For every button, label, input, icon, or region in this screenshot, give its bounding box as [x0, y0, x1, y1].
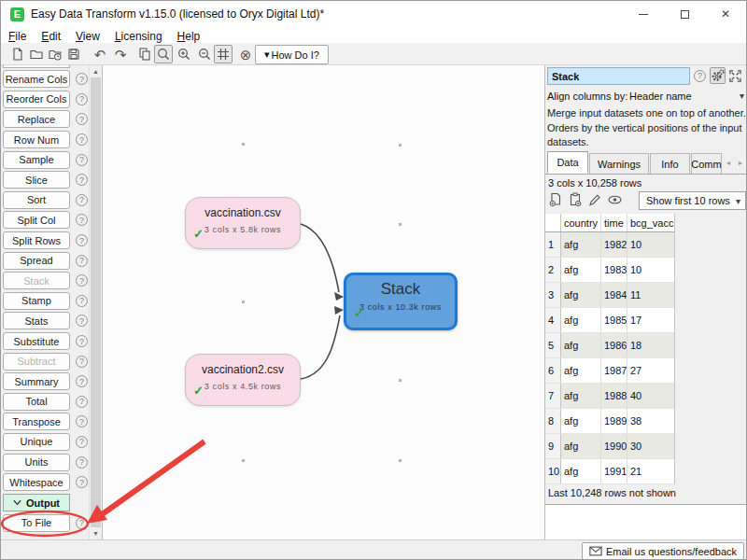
table-row[interactable]: 7 afg 1988 40 — [545, 384, 674, 409]
table-row[interactable]: 10 afg 1991 21 — [545, 459, 674, 484]
maximize-button[interactable] — [664, 1, 705, 27]
transform-button[interactable]: Rename Cols — [3, 70, 70, 88]
transform-button[interactable]: Unique — [3, 433, 70, 451]
help-icon[interactable]: ? — [76, 295, 88, 307]
tab-info[interactable]: Info — [650, 153, 690, 174]
email-feedback-button[interactable]: Email us questions/feedback — [582, 542, 744, 560]
help-icon[interactable]: ? — [76, 274, 88, 287]
help-icon[interactable]: ? — [76, 154, 88, 166]
scroll-down-icon[interactable]: ▼ — [90, 527, 102, 539]
undo-button[interactable]: ↶ — [91, 45, 109, 63]
tab-data[interactable]: Data — [547, 151, 588, 174]
output-section-header[interactable]: Output — [3, 494, 70, 511]
grid-toggle-button[interactable] — [214, 45, 233, 63]
transform-button[interactable]: Stack — [3, 272, 70, 289]
help-icon[interactable]: ? — [76, 194, 88, 206]
menu-item[interactable]: File — [1, 29, 34, 44]
help-icon[interactable]: ? — [76, 356, 88, 368]
transform-button[interactable]: Whitespace — [3, 473, 70, 491]
help-icon[interactable]: ? — [76, 113, 88, 125]
help-icon[interactable]: ? — [76, 456, 88, 469]
scroll-up-icon[interactable]: ▲ — [90, 65, 102, 77]
copy-data-button[interactable] — [547, 191, 564, 208]
transform-button[interactable]: Stats — [3, 312, 70, 329]
help-icon[interactable]: ? — [76, 255, 88, 267]
help-icon[interactable]: ? — [76, 476, 88, 488]
help-icon[interactable]: ? — [76, 415, 88, 427]
transform-button[interactable]: Sort — [3, 191, 70, 209]
node-vaccination-csv[interactable]: vaccination.csv 3 cols x 5.8k rows ✓ — [185, 197, 301, 249]
table-row[interactable]: 1 afg 1982 10 — [545, 232, 674, 258]
transform-button[interactable]: Transpose — [3, 413, 70, 430]
tab-scroll-right-icon[interactable]: ▸ — [735, 153, 746, 172]
help-icon[interactable]: ? — [76, 174, 88, 186]
transform-button[interactable]: Sample — [3, 151, 70, 169]
how-do-i-button[interactable]: ▾How Do I? — [255, 45, 329, 64]
show-rows-select[interactable]: Show first 10 rows ▾ — [639, 191, 746, 210]
transform-button[interactable]: Summary — [3, 372, 70, 390]
table-row[interactable]: 3 afg 1984 11 — [545, 283, 674, 308]
transform-button[interactable]: Substitute — [3, 332, 70, 350]
view-data-button[interactable] — [606, 191, 623, 208]
save-button[interactable] — [64, 45, 83, 63]
tab-warnings[interactable]: Warnings — [589, 153, 649, 174]
settings-button[interactable] — [710, 67, 726, 84]
table-row[interactable]: 2 afg 1983 10 — [545, 258, 674, 283]
help-icon[interactable]: ? — [76, 93, 88, 105]
help-button[interactable]: ? — [692, 67, 708, 84]
zoom-in-button[interactable] — [175, 45, 193, 63]
transform-button[interactable]: Stamp — [3, 292, 70, 310]
sidebar-scrollbar[interactable]: ▲ ▼ — [89, 65, 101, 539]
remove-button[interactable]: ⊗ — [236, 45, 255, 63]
transform-button[interactable]: Spread — [3, 252, 70, 270]
expand-panel-button[interactable] — [727, 67, 743, 84]
transform-button[interactable]: Split Col — [3, 211, 70, 229]
minimize-button[interactable] — [623, 1, 664, 27]
scrollbar-thumb[interactable] — [91, 77, 101, 527]
transform-button[interactable]: Total — [3, 393, 70, 411]
align-columns-select[interactable]: Header name ▾ — [627, 90, 746, 105]
help-icon[interactable]: ? — [76, 73, 88, 85]
table-row[interactable]: 5 afg 1986 18 — [545, 333, 674, 358]
transform-button[interactable]: Replace — [3, 110, 70, 128]
redo-button[interactable]: ↷ — [111, 45, 130, 63]
help-icon[interactable]: ? — [76, 234, 88, 246]
menu-item[interactable]: Edit — [34, 29, 68, 44]
table-row[interactable]: 6 afg 1987 27 — [545, 358, 674, 384]
table-row[interactable]: 4 afg 1985 17 — [545, 308, 674, 333]
transform-button[interactable]: Row Num — [3, 131, 70, 148]
help-icon[interactable]: ? — [76, 436, 88, 448]
close-button[interactable]: ✕ — [705, 1, 746, 27]
help-icon[interactable]: ? — [76, 517, 88, 529]
help-icon[interactable]: ? — [76, 214, 88, 226]
transform-button[interactable]: Subtract — [3, 353, 70, 371]
zoom-out-button[interactable] — [195, 45, 214, 63]
zoom-tool-button[interactable] — [154, 45, 173, 63]
open-file-button[interactable] — [27, 45, 46, 63]
menu-item[interactable]: Licensing — [107, 29, 170, 44]
menu-item[interactable]: View — [68, 29, 107, 44]
tab-comments[interactable]: Comm — [691, 153, 722, 174]
table-row[interactable]: 9 afg 1990 30 — [545, 434, 674, 459]
table-row[interactable]: 8 afg 1989 38 — [545, 409, 674, 434]
node-name-input[interactable] — [547, 67, 690, 85]
to-file-button[interactable]: To File — [3, 514, 70, 532]
transform-button[interactable]: Split Rows — [3, 231, 70, 249]
tab-scroll-left-icon[interactable]: ◂ — [723, 153, 734, 172]
help-icon[interactable]: ? — [76, 396, 88, 408]
node-stack[interactable]: Stack 3 cols x 10.3k rows ✓ — [344, 273, 458, 330]
transform-button[interactable]: Reorder Cols — [3, 91, 70, 108]
node-vaccination2-csv[interactable]: vaccination2.csv 3 cols x 4.5k rows ✓ — [185, 354, 301, 406]
flow-canvas[interactable]: vaccination.csv 3 cols x 5.8k rows ✓ Sta… — [102, 65, 545, 539]
help-icon[interactable]: ? — [76, 375, 88, 387]
edit-data-button[interactable] — [586, 191, 603, 208]
help-icon[interactable]: ? — [76, 335, 88, 347]
help-icon[interactable]: ? — [76, 133, 88, 146]
open-recent-button[interactable] — [46, 45, 64, 63]
paste-data-button[interactable] — [567, 191, 584, 208]
new-file-button[interactable] — [8, 45, 27, 63]
transform-button[interactable]: Units — [3, 454, 70, 471]
menu-item[interactable]: Help — [170, 29, 208, 44]
help-icon[interactable]: ? — [76, 315, 88, 327]
transform-button[interactable]: Slice — [3, 171, 70, 189]
